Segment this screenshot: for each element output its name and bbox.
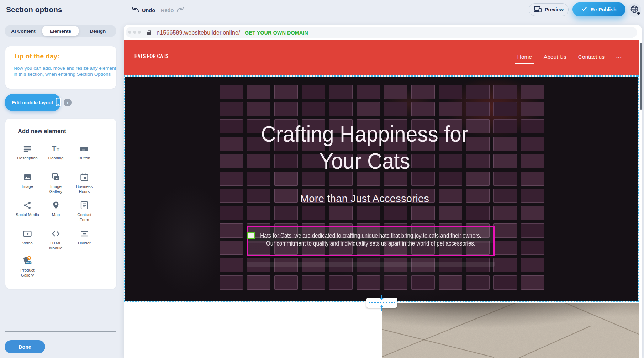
element-divider[interactable]: Divider bbox=[69, 228, 99, 246]
element-product-gallery[interactable]: SHOP Product Gallery bbox=[12, 256, 42, 278]
nav-about[interactable]: About Us bbox=[544, 54, 566, 60]
image-icon bbox=[12, 172, 42, 183]
hero-tile bbox=[247, 85, 270, 99]
image-gallery-icon bbox=[41, 172, 71, 183]
hero-tile bbox=[466, 206, 490, 220]
window-dot bbox=[138, 31, 141, 34]
url-text[interactable]: n1566589.websitebuilder.online/ bbox=[157, 30, 240, 36]
hero-tile bbox=[521, 258, 544, 272]
info-icon[interactable]: i bbox=[64, 99, 72, 106]
hero-tile bbox=[439, 102, 462, 116]
edit-mobile-layout-button[interactable]: Edit mobile layout bbox=[5, 94, 61, 111]
hero-tile bbox=[493, 85, 517, 99]
selection-border-right bbox=[638, 75, 639, 302]
hero-tile bbox=[274, 275, 298, 290]
svg-text:T: T bbox=[57, 147, 59, 152]
selected-text-element[interactable]: Hats for Cats, we are dedicated to craft… bbox=[247, 226, 495, 256]
map-pin-icon bbox=[41, 200, 71, 211]
tip-card: Tip of the day: Now you can add, move an… bbox=[5, 46, 116, 89]
element-video[interactable]: Video bbox=[12, 228, 42, 246]
hero-tile bbox=[220, 258, 243, 272]
nav-home[interactable]: Home bbox=[517, 54, 532, 60]
tab-elements[interactable]: Elements bbox=[42, 26, 79, 36]
contact-form-icon bbox=[69, 200, 99, 211]
preview-icon bbox=[534, 6, 542, 14]
scrollbar-thumb[interactable] bbox=[640, 43, 642, 110]
heading-icon: TT bbox=[41, 143, 71, 154]
republish-button[interactable]: Re-Publish bbox=[572, 2, 625, 16]
done-button[interactable]: Done bbox=[5, 340, 45, 353]
hero-tile bbox=[329, 85, 353, 99]
site-nav: Home About Us Contact us ••• bbox=[517, 54, 622, 60]
element-html-module[interactable]: HTML Module bbox=[41, 228, 71, 251]
element-social-media[interactable]: Social Media bbox=[12, 200, 42, 217]
hero-tile bbox=[466, 275, 490, 290]
product-gallery-icon: SHOP bbox=[12, 256, 42, 266]
video-icon bbox=[12, 228, 42, 239]
nav-contact[interactable]: Contact us bbox=[578, 54, 605, 60]
element-contact-form[interactable]: Contact Form bbox=[69, 200, 99, 222]
hero-tile bbox=[357, 85, 380, 99]
preview-button[interactable]: Preview bbox=[529, 3, 569, 16]
element-image[interactable]: Image bbox=[12, 172, 42, 189]
app: Section options Undo Redo Preview Re-Pub… bbox=[0, 0, 644, 358]
redo-button[interactable]: Redo bbox=[161, 6, 184, 14]
divider-icon bbox=[69, 228, 99, 239]
photo-shadow bbox=[382, 303, 639, 358]
svg-text:SHOP: SHOP bbox=[26, 262, 32, 264]
element-description[interactable]: Description bbox=[12, 143, 42, 161]
hero-tile bbox=[466, 102, 490, 116]
language-globe-button[interactable] bbox=[628, 3, 641, 17]
undo-icon bbox=[132, 6, 139, 14]
hero-tile bbox=[384, 85, 407, 99]
get-domain-link[interactable]: GET YOUR OWN DOMAIN bbox=[245, 30, 308, 36]
hero-description[interactable]: Hats for Cats, we are dedicated to craft… bbox=[204, 232, 537, 247]
hero-tile bbox=[493, 275, 517, 290]
hero-tile bbox=[329, 102, 353, 116]
arrow-up-icon bbox=[379, 303, 385, 312]
html-code-icon bbox=[41, 228, 71, 239]
undo-button[interactable]: Undo bbox=[132, 6, 155, 14]
website-preview: HATS FOR CATS Home About Us Contact us •… bbox=[124, 40, 639, 358]
hero-tile bbox=[439, 206, 462, 220]
description-icon bbox=[12, 143, 42, 154]
phone-icon bbox=[53, 98, 61, 108]
element-ghost-strip bbox=[247, 262, 495, 267]
hero-tile bbox=[384, 102, 407, 116]
hero-tile bbox=[411, 206, 435, 220]
nav-more-button[interactable]: ••• bbox=[616, 55, 622, 59]
hero-tile bbox=[411, 85, 435, 99]
hero-tile bbox=[521, 275, 544, 290]
globe-status-dot bbox=[637, 12, 640, 15]
hero-tile bbox=[493, 206, 517, 220]
selection-border-left bbox=[124, 75, 125, 302]
hero-tile bbox=[329, 206, 353, 220]
element-button[interactable]: Button bbox=[69, 143, 99, 161]
element-business-hours[interactable]: Business Hours bbox=[69, 172, 99, 194]
element-heading[interactable]: TT Heading bbox=[41, 143, 71, 161]
floor-photo bbox=[382, 303, 639, 358]
nav-active-underline bbox=[515, 63, 534, 64]
hero-title[interactable]: Crafting Happiness forYour Cats bbox=[141, 120, 588, 174]
social-media-icon bbox=[12, 200, 42, 211]
arrow-down-icon bbox=[379, 294, 385, 304]
site-logo[interactable]: HATS FOR CATS bbox=[134, 53, 168, 60]
hero-section[interactable]: Crafting Happiness forYour Cats More tha… bbox=[124, 75, 639, 302]
element-map[interactable]: Map bbox=[41, 200, 71, 217]
add-element-panel: Add new element Description TT Heading B… bbox=[5, 119, 116, 289]
hero-subtitle[interactable]: More than Just Accessories bbox=[124, 193, 606, 205]
browser-chrome: n1566589.websitebuilder.online/ GET YOUR… bbox=[124, 25, 642, 40]
hero-tile bbox=[466, 85, 490, 99]
element-image-gallery[interactable]: Image Gallery bbox=[41, 172, 71, 194]
hero-tile bbox=[220, 102, 243, 116]
business-hours-icon bbox=[69, 172, 99, 183]
tab-ai-content[interactable]: AI Content bbox=[5, 25, 42, 37]
hero-tile bbox=[384, 275, 407, 290]
tab-design[interactable]: Design bbox=[79, 25, 116, 37]
hero-tile bbox=[411, 102, 435, 116]
hero-tile bbox=[439, 275, 462, 290]
hero-tile bbox=[357, 206, 380, 220]
hero-tile bbox=[247, 275, 270, 290]
browser-window: n1566589.websitebuilder.online/ GET YOUR… bbox=[124, 25, 642, 358]
section-resize-handle[interactable] bbox=[366, 298, 397, 308]
